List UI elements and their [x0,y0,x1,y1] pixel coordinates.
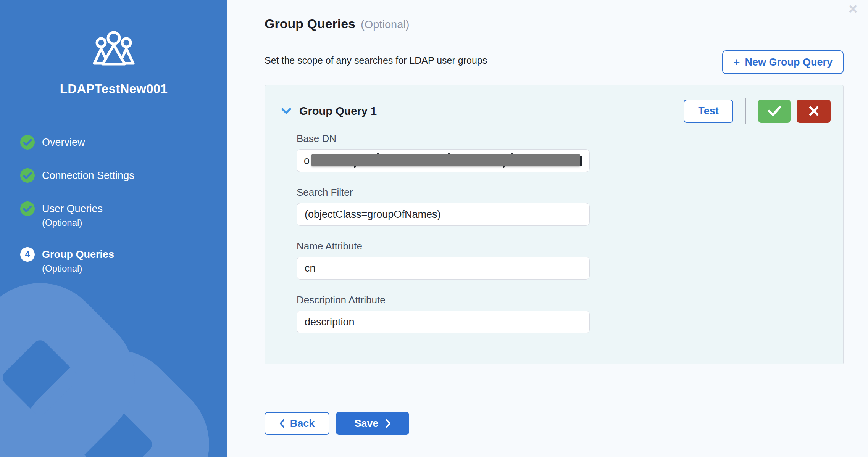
delete-button[interactable] [797,100,831,123]
wizard-footer: Back Save [265,412,844,435]
plus-icon: + [733,56,740,68]
step-label: Connection Settings [42,168,134,183]
user-group-icon [90,30,138,66]
x-icon [809,106,819,116]
save-button[interactable]: Save [336,412,409,435]
name-attribute-input[interactable] [297,257,590,280]
step-complete-icon [20,135,35,150]
redacted-glyph-fragment [580,156,582,166]
chevron-left-icon [279,419,285,428]
step-label: Group Queries [42,247,114,262]
group-query-card: Group Query 1 Test [265,85,844,364]
main-panel: ✕ Group Queries (Optional) Set the scope… [227,0,868,457]
base-dn-label: Base DN [297,133,590,144]
page-title: Group Queries [265,15,355,32]
group-query-fields: Base DN o Search Filter Name Attribute D… [297,133,590,333]
new-group-query-button[interactable]: + New Group Query [722,50,844,74]
step-group-queries[interactable]: 4 Group Queries (Optional) [20,247,227,274]
test-button[interactable]: Test [684,100,733,123]
step-number-badge: 4 [20,247,35,262]
redaction-bar [311,154,580,166]
step-label: User Queries [42,201,103,216]
sidebar-header: LDAPTestNew001 [0,0,227,96]
group-query-controls: Test [684,98,831,124]
base-dn-visible-text: o [304,155,310,167]
page-header: Group Queries (Optional) [265,0,844,32]
step-overview[interactable]: Overview [20,135,227,150]
collapse-toggle[interactable] [281,108,291,114]
step-connection-settings[interactable]: Connection Settings [20,168,227,183]
chevron-right-icon [386,419,391,428]
search-filter-label: Search Filter [297,187,590,198]
step-label: Overview [42,135,85,150]
wizard-sidebar: LDAPTestNew001 Overview [0,0,227,457]
check-icon [768,106,781,116]
save-label: Save [354,418,378,430]
connection-name: LDAPTestNew001 [0,82,227,96]
step-user-queries[interactable]: User Queries (Optional) [20,201,227,228]
step-sublabel: (Optional) [42,263,114,274]
search-filter-input[interactable] [297,203,590,226]
wizard-steps: Overview Connection Settings [0,135,227,274]
back-button[interactable]: Back [265,412,329,435]
step-complete-icon [20,168,35,183]
close-icon[interactable]: ✕ [848,3,858,15]
description-attribute-input[interactable] [297,311,590,333]
group-query-card-header: Group Query 1 Test [265,85,843,124]
name-attribute-label: Name Attribute [297,240,590,252]
back-label: Back [290,418,315,430]
step-sublabel: (Optional) [42,217,103,228]
group-query-title: Group Query 1 [299,105,377,117]
controls-divider [745,98,746,124]
confirm-button[interactable] [758,100,791,123]
new-group-query-label: New Group Query [745,56,833,68]
chevron-down-icon [281,108,291,114]
description-attribute-label: Description Attribute [297,294,590,306]
base-dn-input[interactable]: o [297,149,590,172]
page-title-suffix: (Optional) [361,18,409,31]
ldap-wizard-modal: LDAPTestNew001 Overview [0,0,868,457]
step-complete-icon [20,201,35,216]
